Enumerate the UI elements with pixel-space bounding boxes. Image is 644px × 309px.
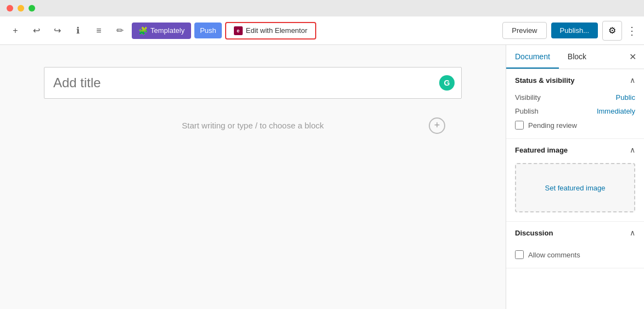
pending-review-checkbox[interactable] (515, 121, 524, 130)
content-placeholder: Start writing or type / to choose a bloc… (182, 121, 323, 130)
tab-document[interactable]: Document (506, 46, 559, 69)
settings-gear-icon: ⚙ (608, 25, 616, 36)
elementor-label: Edit with Elementor (246, 26, 307, 35)
pending-review-label: Pending review (528, 121, 577, 130)
redo-icon: ↪ (54, 25, 61, 36)
sidebar-header: Document Block ✕ (506, 45, 644, 69)
list-view-button[interactable]: ≡ (90, 22, 108, 40)
title-bar (0, 0, 644, 16)
preview-button[interactable]: Preview (502, 22, 546, 39)
featured-image-body: Set featured image (506, 161, 644, 221)
add-icon: + (13, 26, 18, 36)
status-visibility-section: Status & visibility ∧ Visibility Public … (506, 69, 644, 139)
publish-label: Publish... (560, 26, 589, 35)
title-input[interactable] (53, 75, 452, 91)
visibility-row: Visibility Public (515, 93, 635, 102)
add-block-plus-icon: + (434, 120, 440, 131)
add-block-toolbar-button[interactable]: + (7, 22, 24, 40)
status-visibility-body: Visibility Public Publish Immediately Pe… (506, 91, 644, 138)
sidebar: Document Block ✕ Status & visibility ∧ V… (506, 45, 644, 309)
toolbar: + ↩ ↪ ℹ ≡ ✏ 🧩 Templately Push e Edit wit… (0, 16, 644, 45)
preview-label: Preview (512, 26, 537, 35)
more-icon: ⋮ (626, 24, 637, 37)
visibility-value[interactable]: Public (616, 93, 635, 102)
pending-review-row: Pending review (515, 121, 635, 130)
templately-button[interactable]: 🧩 Templately (132, 23, 191, 39)
discussion-section: Discussion ∧ Allow comments (506, 222, 644, 268)
publish-label: Publish (515, 107, 539, 115)
templately-icon: 🧩 (138, 26, 148, 35)
undo-button[interactable]: ↩ (27, 22, 45, 40)
templately-label: Templately (150, 26, 184, 35)
settings-button[interactable]: ⚙ (602, 21, 622, 41)
discussion-header[interactable]: Discussion ∧ (506, 222, 644, 244)
chevron-up-icon: ∧ (630, 76, 635, 85)
more-options-button[interactable]: ⋮ (626, 24, 637, 37)
discussion-title: Discussion (515, 229, 553, 237)
featured-image-header[interactable]: Featured image ∧ (506, 139, 644, 161)
tab-block[interactable]: Block (559, 46, 595, 69)
set-featured-image-label: Set featured image (545, 184, 606, 192)
featured-image-chevron-icon: ∧ (630, 145, 635, 154)
redo-button[interactable]: ↪ (48, 22, 66, 40)
discussion-chevron-icon: ∧ (630, 228, 635, 237)
main-layout: G Start writing or type / to choose a bl… (0, 45, 644, 309)
traffic-light-red[interactable] (7, 5, 13, 12)
push-button[interactable]: Push (194, 23, 222, 38)
list-icon: ≡ (96, 26, 101, 36)
traffic-light-yellow[interactable] (18, 5, 24, 12)
visibility-label: Visibility (515, 93, 541, 102)
featured-image-title: Featured image (515, 146, 568, 154)
edit-with-elementor-button[interactable]: e Edit with Elementor (225, 22, 316, 40)
title-input-wrapper[interactable]: G (44, 67, 462, 99)
allow-comments-row: Allow comments (515, 250, 635, 259)
push-label: Push (200, 26, 216, 35)
undo-icon: ↩ (33, 25, 40, 36)
close-icon: ✕ (629, 52, 636, 61)
content-area: Start writing or type / to choose a bloc… (44, 110, 462, 141)
featured-image-section: Featured image ∧ Set featured image (506, 139, 644, 222)
status-visibility-title: Status & visibility (515, 76, 574, 85)
publish-value[interactable]: Immediately (597, 107, 635, 115)
sidebar-close-button[interactable]: ✕ (621, 45, 644, 69)
elementor-icon: e (234, 26, 243, 35)
allow-comments-label: Allow comments (528, 251, 580, 259)
status-visibility-header[interactable]: Status & visibility ∧ (506, 69, 644, 91)
info-button[interactable]: ℹ (69, 22, 87, 40)
info-icon: ℹ (76, 25, 80, 36)
edit-button[interactable]: ✏ (111, 22, 128, 40)
allow-comments-checkbox[interactable] (515, 250, 524, 259)
grammarly-icon: G (439, 75, 455, 91)
toolbar-left: + ↩ ↪ ℹ ≡ ✏ 🧩 Templately Push e Edit wit… (7, 22, 498, 40)
publish-row: Publish Immediately (515, 107, 635, 115)
publish-button[interactable]: Publish... (551, 23, 598, 38)
traffic-light-green[interactable] (29, 5, 35, 12)
discussion-body: Allow comments (506, 244, 644, 268)
set-featured-image-button[interactable]: Set featured image (515, 163, 635, 212)
edit-icon: ✏ (116, 25, 124, 36)
editor-area[interactable]: G Start writing or type / to choose a bl… (0, 45, 506, 309)
toolbar-right: Preview Publish... ⚙ ⋮ (502, 21, 637, 41)
add-block-button[interactable]: + (429, 117, 445, 134)
